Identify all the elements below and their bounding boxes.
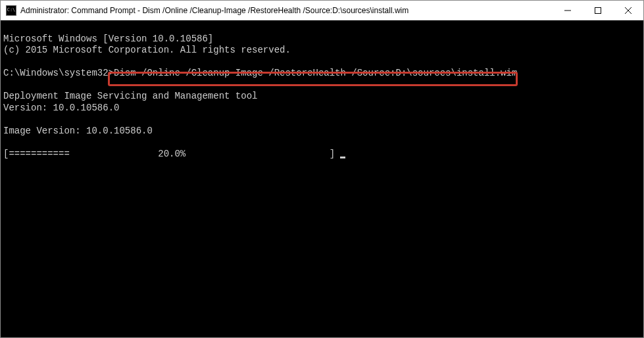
cmd-icon: C:\	[6, 5, 16, 16]
cursor	[340, 157, 345, 158]
terminal-prompt-line: C:\Windows\system32>Dism /Online /Cleanu…	[3, 68, 517, 78]
maximize-button[interactable]	[583, 1, 613, 20]
terminal-line: (c) 2015 Microsoft Corporation. All righ…	[3, 45, 291, 55]
maximize-icon	[595, 7, 601, 14]
terminal-line: Image Version: 10.0.10586.0	[3, 126, 153, 136]
minimize-button[interactable]	[553, 1, 583, 20]
close-button[interactable]	[613, 1, 643, 20]
terminal-line: Deployment Image Servicing and Managemen…	[3, 91, 257, 101]
terminal-line: Version: 10.0.10586.0	[3, 103, 119, 113]
terminal-area[interactable]: Microsoft Windows [Version 10.0.10586] (…	[1, 20, 643, 337]
svg-rect-1	[595, 7, 601, 13]
cmd-icon-text: C:\	[7, 8, 16, 12]
titlebar[interactable]: C:\ Administrator: Command Prompt - Dism…	[1, 1, 643, 20]
window-controls	[553, 1, 643, 20]
close-icon	[625, 7, 632, 14]
minimize-icon	[564, 7, 571, 14]
terminal-line: Microsoft Windows [Version 10.0.10586]	[3, 34, 213, 44]
window-title: Administrator: Command Prompt - Dism /On…	[20, 6, 553, 15]
progress-bar-line: [=========== 20.0% ]	[3, 149, 340, 159]
command-prompt-window: C:\ Administrator: Command Prompt - Dism…	[0, 0, 644, 338]
